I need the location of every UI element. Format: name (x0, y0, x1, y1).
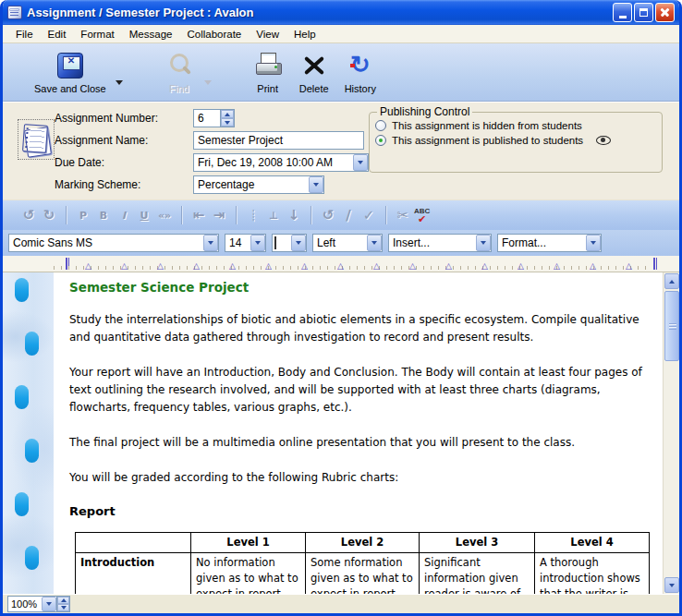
save-and-close-button[interactable]: Save and Close (29, 49, 112, 95)
chevron-down-icon[interactable] (309, 176, 323, 193)
assignment-name-field[interactable]: Semester Project (193, 131, 364, 150)
table-cell: Significant information given reader is … (420, 553, 535, 595)
due-date-select[interactable]: Fri, Dec 19, 2008 10:00 AM (193, 153, 369, 172)
scroll-down-button[interactable] (664, 577, 679, 593)
marking-scheme-select[interactable]: Percentage (193, 175, 324, 194)
radio-published[interactable] (375, 135, 386, 146)
row-title-cell: Introduction (76, 553, 191, 595)
delete-button[interactable]: Delete (293, 49, 335, 95)
due-date-label: Due Date: (55, 156, 193, 169)
status-bar: 100% (3, 594, 679, 613)
chevron-down-icon[interactable] (291, 235, 306, 251)
move-down-icon[interactable]: ↓ (285, 205, 303, 225)
ruler-right-margin-marker[interactable] (653, 258, 657, 270)
close-button[interactable] (655, 3, 675, 22)
assignment-number-label: Assignment Number: (55, 112, 193, 125)
indent-icon[interactable]: ⇥ (210, 205, 228, 225)
font-size-select[interactable]: 14 (225, 234, 266, 252)
paragraph-icon[interactable]: P (74, 205, 92, 225)
redo-icon[interactable]: ↻ (40, 205, 58, 225)
close-icon (659, 6, 671, 18)
publishing-control-title: Publishing Control (377, 105, 472, 118)
rotate-icon[interactable]: ↺ (319, 205, 337, 225)
chevron-down-icon[interactable] (586, 235, 601, 251)
spin-up-icon[interactable] (57, 597, 69, 604)
spin-up-icon[interactable] (221, 110, 234, 118)
spin-down-icon[interactable] (221, 118, 234, 127)
binding-capsule (15, 385, 29, 409)
rubric-table: Level 1 Level 2 Level 3 Level 4 Introduc… (75, 532, 650, 594)
menu-collaborate[interactable]: Collaborate (179, 27, 249, 42)
hidden-option[interactable]: This assignment is hidden from students (375, 120, 656, 131)
tab-stop-marker: △ (157, 262, 164, 271)
font-family-select[interactable]: Comic Sans MS (8, 234, 219, 252)
chevron-down-icon[interactable] (42, 597, 56, 611)
zoom-control[interactable]: 100% (7, 596, 70, 612)
menu-help[interactable]: Help (286, 27, 323, 42)
zoom-stepper[interactable] (57, 596, 70, 612)
radio-hidden[interactable] (375, 120, 386, 131)
menu-view[interactable]: View (249, 27, 286, 42)
tab-stop-marker: △ (590, 262, 596, 271)
header-cell: Level 1 (191, 533, 306, 553)
maximize-button[interactable] (634, 3, 653, 22)
assignment-number-field[interactable]: 6 (193, 109, 221, 127)
scroll-up-button[interactable] (664, 273, 679, 289)
title-bar[interactable]: Assignment / Semester Project : Avalon (3, 0, 679, 25)
editor-surface[interactable]: Semester Science Project Study the inter… (54, 272, 663, 594)
tab-stop-marker: △ (85, 262, 91, 271)
pen-icon[interactable]: ∕ (339, 205, 358, 225)
paragraph: You will be graded according to the foll… (69, 469, 647, 487)
paragraph: The final project will be a multimedia o… (69, 434, 647, 452)
save-dropdown-arrow[interactable] (116, 80, 123, 85)
spellcheck-icon[interactable]: ABC ✔ (414, 205, 430, 225)
chevron-down-icon[interactable] (367, 235, 382, 251)
quotes-icon[interactable]: «» (155, 205, 174, 225)
chevron-down-icon[interactable] (250, 235, 265, 251)
marking-scheme-label: Marking Scheme: (55, 178, 193, 191)
vertical-scrollbar[interactable] (663, 272, 679, 594)
menu-edit[interactable]: Edit (41, 27, 74, 42)
table-header-row: Level 1 Level 2 Level 3 Level 4 (76, 533, 650, 553)
bold-icon[interactable]: B (94, 205, 113, 225)
italic-icon[interactable]: I (115, 205, 133, 225)
check-icon[interactable]: ✓ (359, 205, 378, 225)
binding-capsule (25, 439, 39, 463)
menu-format[interactable]: Format (73, 27, 121, 42)
ruler[interactable]: △△△△△△△△△△△△△△△△ (3, 256, 679, 272)
insert-select[interactable]: Insert... (388, 234, 492, 252)
spin-down-icon[interactable] (57, 604, 69, 611)
published-option[interactable]: This assignment is published to students (375, 135, 656, 146)
font-color-select[interactable] (272, 234, 307, 252)
table-cell: Some nformation given as to what to expe… (306, 553, 420, 595)
chevron-down-icon[interactable] (476, 235, 491, 251)
printer-icon (254, 53, 282, 79)
tab-stop-marker: △ (518, 262, 524, 271)
assignment-name-label: Assignment Name: (55, 134, 193, 147)
minimize-button[interactable] (613, 3, 632, 22)
format-select[interactable]: Format... (497, 234, 602, 252)
history-button[interactable]: ↻ History (339, 49, 382, 95)
underline-icon[interactable]: U (135, 205, 153, 225)
menu-bar: File Edit Format Message Collaborate Vie… (3, 25, 679, 43)
align-bottom-icon[interactable]: ⊥ (264, 205, 283, 225)
cut-icon[interactable]: ✂ (394, 205, 412, 225)
menu-file[interactable]: File (8, 27, 41, 42)
undo-icon[interactable]: ↺ (19, 205, 38, 225)
header-cell: Level 2 (306, 533, 420, 553)
assignment-number-stepper[interactable] (221, 109, 235, 127)
assignment-icon (18, 119, 55, 160)
alignment-select[interactable]: Left (312, 234, 383, 252)
tab-stop-icon[interactable]: ┊ (244, 205, 262, 225)
chevron-up-icon (669, 280, 675, 284)
chevron-down-icon[interactable] (353, 154, 368, 171)
print-button[interactable]: Print (247, 49, 289, 95)
history-icon: ↻ (347, 53, 373, 79)
table-row: Introduction No information given as to … (76, 553, 650, 595)
chevron-down-icon[interactable] (203, 235, 218, 251)
scrollbar-thumb[interactable] (664, 291, 679, 361)
outdent-icon[interactable]: ⇤ (189, 205, 208, 225)
menu-message[interactable]: Message (122, 27, 180, 42)
assignment-form: Assignment Number: 6 Assignment Name: Se… (3, 102, 679, 199)
tab-stop-marker: △ (121, 262, 128, 271)
